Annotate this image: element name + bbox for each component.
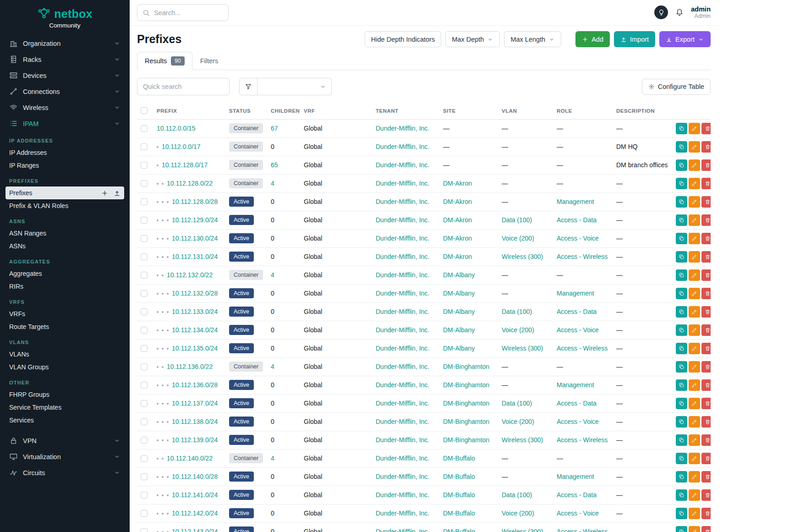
delete-dropdown-button[interactable] xyxy=(701,471,711,483)
role-link[interactable]: Access - Voice xyxy=(557,418,599,425)
tenant-link[interactable]: Dunder-Mifflin, Inc. xyxy=(376,491,429,499)
tenant-link[interactable]: Dunder-Mifflin, Inc. xyxy=(376,235,429,242)
copy-button[interactable] xyxy=(676,489,687,501)
prefix-link[interactable]: 10.112.128.0/28 xyxy=(172,198,218,205)
delete-dropdown-button[interactable] xyxy=(701,508,711,519)
prefix-link[interactable]: 10.112.0.0/17 xyxy=(162,143,201,150)
column-header-prefix[interactable]: PREFIX xyxy=(153,103,225,119)
vlan-link[interactable]: Wireless (300) xyxy=(502,253,543,260)
vlan-link[interactable]: Data (100) xyxy=(502,491,532,499)
hide-depth-indicators-button[interactable]: Hide Depth Indicators xyxy=(365,31,441,47)
role-link[interactable]: Management xyxy=(557,198,594,205)
edit-button[interactable] xyxy=(689,526,700,532)
site-link[interactable]: DM-Binghamton xyxy=(443,400,489,407)
vlan-link[interactable]: Voice (200) xyxy=(502,326,534,334)
vlan-link[interactable]: Data (100) xyxy=(502,400,532,407)
max-depth-dropdown[interactable]: Max Depth xyxy=(445,31,500,47)
copy-button[interactable] xyxy=(676,324,687,336)
prefix-link[interactable]: 10.112.128.0/17 xyxy=(162,161,208,169)
column-header-role[interactable]: ROLE xyxy=(553,103,613,119)
filter-button[interactable] xyxy=(239,78,257,95)
edit-button[interactable] xyxy=(689,306,700,318)
children-count[interactable]: 4 xyxy=(271,271,274,279)
delete-dropdown-button[interactable] xyxy=(701,434,711,446)
copy-button[interactable] xyxy=(676,434,687,446)
sidebar-item-fhrp-groups[interactable]: FHRP Groups xyxy=(5,388,124,401)
children-count[interactable]: 4 xyxy=(271,180,274,187)
edit-button[interactable] xyxy=(689,159,700,171)
delete-dropdown-button[interactable] xyxy=(701,489,711,501)
edit-button[interactable] xyxy=(689,343,700,354)
edit-button[interactable] xyxy=(689,434,700,446)
column-header-description[interactable]: DESCRIPTION xyxy=(613,103,671,119)
quick-search-input[interactable] xyxy=(137,78,230,95)
delete-dropdown-button[interactable] xyxy=(701,343,711,354)
tenant-link[interactable]: Dunder-Mifflin, Inc. xyxy=(376,345,429,352)
tenant-link[interactable]: Dunder-Mifflin, Inc. xyxy=(376,326,429,334)
edit-button[interactable] xyxy=(689,489,700,501)
edit-button[interactable] xyxy=(689,471,700,483)
tenant-link[interactable]: Dunder-Mifflin, Inc. xyxy=(376,216,429,224)
column-header-children[interactable]: CHILDREN xyxy=(267,103,300,119)
add-button[interactable]: Add xyxy=(575,31,610,47)
copy-button[interactable] xyxy=(676,251,687,263)
sidebar-item-devices[interactable]: Devices xyxy=(5,67,124,83)
row-checkbox[interactable] xyxy=(141,180,148,187)
copy-button[interactable] xyxy=(676,526,687,532)
site-link[interactable]: DM-Binghamton xyxy=(443,381,489,389)
delete-dropdown-button[interactable] xyxy=(701,196,711,208)
tenant-link[interactable]: Dunder-Mifflin, Inc. xyxy=(376,381,429,389)
role-link[interactable]: Management xyxy=(557,473,594,480)
edit-button[interactable] xyxy=(689,233,700,244)
delete-dropdown-button[interactable] xyxy=(701,159,711,171)
tenant-link[interactable]: Dunder-Mifflin, Inc. xyxy=(376,473,429,480)
column-header-status[interactable]: STATUS xyxy=(225,103,267,119)
role-link[interactable]: Access - Data xyxy=(557,400,597,407)
sidebar-item-circuits[interactable]: Circuits xyxy=(5,465,124,481)
sidebar-item-vrfs[interactable]: VRFs xyxy=(5,307,124,320)
notifications-button[interactable] xyxy=(675,8,684,17)
theme-toggle-button[interactable] xyxy=(654,5,668,19)
row-checkbox[interactable] xyxy=(141,217,148,224)
sidebar-item-organization[interactable]: Organization xyxy=(5,35,124,51)
delete-dropdown-button[interactable] xyxy=(701,306,711,318)
role-link[interactable]: Access - Data xyxy=(557,491,597,499)
site-link[interactable]: DM-Akron xyxy=(443,180,472,187)
sidebar-item-asns[interactable]: ASNs xyxy=(5,240,124,252)
quick-add-button[interactable] xyxy=(101,190,108,197)
filter-select[interactable] xyxy=(257,78,332,95)
row-checkbox[interactable] xyxy=(141,418,148,425)
tenant-link[interactable]: Dunder-Mifflin, Inc. xyxy=(376,363,429,370)
row-checkbox[interactable] xyxy=(141,253,148,260)
site-link[interactable]: DM-Binghamton xyxy=(443,363,489,370)
vlan-link[interactable]: Data (100) xyxy=(502,308,532,315)
prefix-link[interactable]: 10.112.136.0/28 xyxy=(172,381,218,389)
delete-dropdown-button[interactable] xyxy=(701,269,711,281)
role-link[interactable]: Access - Wireless xyxy=(557,345,608,352)
edit-button[interactable] xyxy=(689,453,700,464)
tenant-link[interactable]: Dunder-Mifflin, Inc. xyxy=(376,436,429,444)
edit-button[interactable] xyxy=(689,324,700,336)
copy-button[interactable] xyxy=(676,471,687,483)
row-checkbox[interactable] xyxy=(141,162,148,169)
search-input[interactable] xyxy=(154,9,240,16)
column-header-vlan[interactable]: VLAN xyxy=(498,103,553,119)
site-link[interactable]: DM-Buffalo xyxy=(443,510,475,517)
edit-button[interactable] xyxy=(689,361,700,373)
copy-button[interactable] xyxy=(676,233,687,244)
sidebar-item-vlans[interactable]: VLANs xyxy=(5,348,124,361)
site-link[interactable]: DM-Buffalo xyxy=(443,455,475,462)
sidebar-item-vlan-groups[interactable]: VLAN Groups xyxy=(5,361,124,373)
delete-dropdown-button[interactable] xyxy=(701,453,711,464)
delete-dropdown-button[interactable] xyxy=(701,178,711,189)
prefix-link[interactable]: 10.112.142.0/24 xyxy=(172,510,218,517)
row-checkbox[interactable] xyxy=(141,198,148,205)
copy-button[interactable] xyxy=(676,343,687,354)
row-checkbox[interactable] xyxy=(141,528,148,532)
children-count[interactable]: 67 xyxy=(271,125,278,132)
copy-button[interactable] xyxy=(676,159,687,171)
site-link[interactable]: DM-Albany xyxy=(443,308,475,315)
copy-button[interactable] xyxy=(676,288,687,299)
site-link[interactable]: DM-Binghamton xyxy=(443,418,489,425)
sidebar-item-prefixes[interactable]: Prefixes xyxy=(5,186,124,199)
